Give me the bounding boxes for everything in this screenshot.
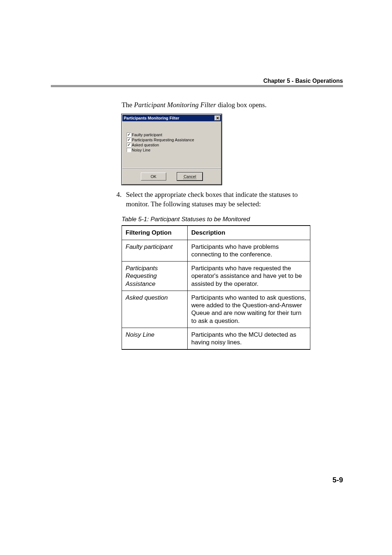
checkbox-label: Participants Requesting Assistance	[132, 138, 194, 142]
close-button[interactable]: ✕	[215, 116, 220, 121]
cell-option: Asked question	[122, 291, 188, 328]
checkbox-icon[interactable]: ✓	[127, 138, 131, 142]
cell-option: Faulty participant	[122, 240, 188, 262]
intro-dialog-name: Participant Monitoring Filter	[134, 101, 216, 109]
cancel-button[interactable]: Cancel	[177, 173, 203, 181]
ok-button[interactable]: OK	[141, 173, 166, 181]
chapter-header: Chapter 5 - Basic Operations	[263, 78, 343, 84]
participants-monitoring-filter-dialog: Participants Monitoring Filter ✕ ✓ Fault…	[122, 114, 222, 185]
header-rule	[51, 85, 343, 87]
checkbox-row[interactable]: ✓ Asked question	[127, 142, 218, 147]
page-content: The Participant Monitoring Filter dialog…	[122, 101, 310, 350]
checkbox-icon[interactable]: ✓	[127, 133, 131, 137]
checkbox-row[interactable]: ✓ Faulty participant	[127, 132, 218, 137]
table-row: Asked question Participants who wanted t…	[122, 291, 310, 328]
table-row: Faulty participant Participants who have…	[122, 240, 310, 262]
checkbox-label: Noisy Line	[132, 148, 150, 152]
checkbox-row[interactable]: ✓ Participants Requesting Assistance	[127, 137, 218, 142]
dialog-titlebar[interactable]: Participants Monitoring Filter ✕	[122, 115, 221, 121]
document-page: Chapter 5 - Basic Operations The Partici…	[0, 0, 392, 555]
checkbox-icon[interactable]	[127, 148, 131, 152]
step-number: 4.	[108, 190, 126, 199]
participant-statuses-table: Filtering Option Description Faulty part…	[122, 225, 310, 350]
col-header-description: Description	[188, 226, 310, 240]
checkbox-label: Faulty participant	[132, 133, 162, 137]
col-header-option: Filtering Option	[122, 226, 188, 240]
dialog-title: Participants Monitoring Filter	[124, 116, 179, 120]
table-caption: Table 5-1: Participant Statuses to be Mo…	[122, 216, 310, 223]
close-icon: ✕	[216, 116, 219, 120]
checkbox-label: Asked question	[132, 143, 159, 147]
cell-desc: Participants who wanted to ask questions…	[188, 291, 310, 328]
dialog-body: ✓ Faulty participant ✓ Participants Requ…	[122, 121, 221, 168]
checkbox-row[interactable]: Noisy Line	[127, 147, 218, 153]
cell-desc: Participants who have requested the oper…	[188, 262, 310, 291]
step-4: 4. Select the appropriate check boxes th…	[108, 190, 310, 208]
cancel-button-label: Cancel	[183, 174, 196, 179]
table-row: Participants Requesting Assistance Parti…	[122, 262, 310, 291]
dialog-footer: OK Cancel	[122, 168, 221, 184]
intro-prefix: The	[122, 101, 134, 109]
cell-desc: Participants who the MCU detected as hav…	[188, 328, 310, 349]
step-text: Select the appropriate check boxes that …	[126, 190, 310, 208]
intro-suffix: dialog box opens.	[216, 101, 266, 109]
intro-sentence: The Participant Monitoring Filter dialog…	[122, 101, 310, 109]
table-header-row: Filtering Option Description	[122, 226, 310, 240]
cell-desc: Participants who have problems connectin…	[188, 240, 310, 262]
table-row: Noisy Line Participants who the MCU dete…	[122, 328, 310, 349]
cell-option: Noisy Line	[122, 328, 188, 349]
page-number: 5-9	[332, 476, 343, 484]
cell-option: Participants Requesting Assistance	[122, 262, 188, 291]
checkbox-icon[interactable]: ✓	[127, 143, 131, 147]
